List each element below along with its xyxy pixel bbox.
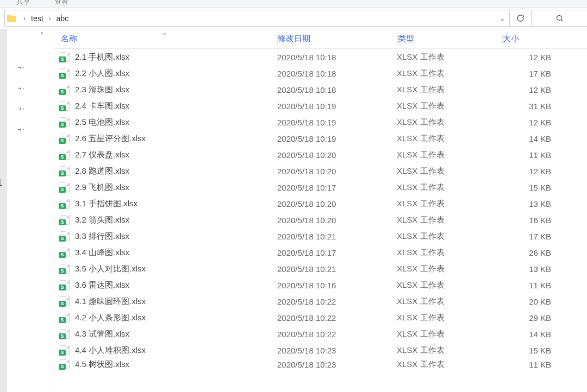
xlsx-icon: S	[60, 215, 70, 225]
chevron-down-icon[interactable]: ⌄	[499, 15, 505, 22]
cell-name: S3.4 山峰图.xlsx	[54, 248, 277, 258]
cell-type: XLSX 工作表	[397, 264, 501, 274]
file-name: 3.6 雷达图.xlsx	[75, 280, 129, 290]
xlsx-icon: S	[60, 345, 70, 355]
cell-date: 2020/5/18 10:18	[277, 53, 397, 62]
file-name: 3.4 山峰图.xlsx	[75, 248, 129, 258]
table-row[interactable]: S3.6 雷达图.xlsx2020/5/18 10:16XLSX 工作表11 K…	[54, 277, 587, 293]
cell-date: 2020/5/18 10:20	[277, 167, 397, 176]
refresh-button[interactable]	[510, 10, 532, 27]
ribbon-tab-view[interactable]: 查看	[54, 0, 80, 7]
cell-size: 14 KB	[501, 330, 555, 339]
column-header-size[interactable]: 大小	[503, 34, 557, 44]
table-row[interactable]: S3.1 手指饼图.xlsx2020/5/18 10:20XLSX 工作表13 …	[54, 195, 587, 212]
cell-size: 11 KB	[501, 360, 555, 369]
search-box[interactable]	[532, 10, 587, 27]
cell-name: S2.7 仪表盘.xlsx	[54, 150, 277, 160]
xlsx-icon: S	[60, 52, 70, 62]
table-row[interactable]: S3.5 小人对比图.xlsx2020/5/18 10:21XLSX 工作表13…	[54, 261, 587, 277]
xlsx-icon: S	[60, 85, 70, 94]
cell-type: XLSX 工作表	[397, 248, 501, 258]
cell-type: XLSX 工作表	[397, 296, 501, 307]
ribbon-tab-share[interactable]: 共享	[16, 0, 42, 7]
table-row[interactable]: S3.2 箭头图.xlsx2020/5/18 10:20XLSX 工作表16 K…	[54, 212, 587, 228]
cell-name: S2.9 飞机图.xlsx	[54, 182, 277, 193]
nav-item-label[interactable]: 01	[0, 178, 2, 188]
cell-date: 2020/5/18 10:19	[277, 118, 397, 127]
xlsx-icon: S	[60, 359, 70, 369]
cell-name: S2.4 卡车图.xlsx	[54, 101, 277, 111]
table-row[interactable]: S3.4 山峰图.xlsx2020/5/18 10:17XLSX 工作表26 K…	[54, 244, 587, 261]
xlsx-icon: S	[60, 117, 70, 127]
cell-type: XLSX 工作表	[397, 101, 501, 111]
cell-size: 17 KB	[501, 69, 555, 78]
xlsx-icon: S	[60, 296, 70, 306]
svg-line-1	[561, 20, 563, 21]
cell-date: 2020/5/18 10:16	[277, 281, 397, 290]
column-header-row: 名称 ˄ 修改日期 类型 大小	[54, 29, 587, 49]
cell-size: 20 KB	[501, 297, 555, 306]
xlsx-icon: S	[60, 68, 70, 78]
column-header-name[interactable]: 名称 ˄	[54, 34, 277, 44]
folder-icon	[7, 14, 17, 23]
cell-date: 2020/5/18 10:17	[277, 183, 397, 192]
navigation-pane[interactable]: ˄ 01	[0, 29, 54, 392]
column-header-date[interactable]: 修改日期	[278, 34, 397, 44]
pin-icon	[17, 125, 26, 134]
table-row[interactable]: S2.1 手机图.xlsx2020/5/18 10:18XLSX 工作表12 K…	[54, 49, 587, 65]
table-row[interactable]: S2.4 卡车图.xlsx2020/5/18 10:19XLSX 工作表31 K…	[54, 98, 587, 114]
table-row[interactable]: S3.3 排行图.xlsx2020/5/18 10:21XLSX 工作表17 K…	[54, 228, 587, 244]
cell-type: XLSX 工作表	[397, 134, 501, 144]
cell-date: 2020/5/18 10:22	[277, 297, 397, 306]
table-row[interactable]: S2.8 跑道图.xlsx2020/5/18 10:20XLSX 工作表12 K…	[54, 163, 587, 179]
file-name: 2.4 卡车图.xlsx	[75, 101, 129, 111]
file-name: 2.2 小人图.xlsx	[75, 68, 129, 79]
file-name: 3.3 排行图.xlsx	[75, 231, 129, 242]
address-bar: › test › abc ⌄	[0, 8, 587, 29]
cell-type: XLSX 工作表	[397, 329, 501, 339]
cell-size: 31 KB	[501, 102, 555, 111]
table-row[interactable]: S4.2 小人条形图.xlsx2020/5/18 10:22XLSX 工作表29…	[54, 309, 587, 326]
file-name: 3.5 小人对比图.xlsx	[75, 264, 146, 274]
table-row[interactable]: S2.9 飞机图.xlsx2020/5/18 10:17XLSX 工作表15 K…	[54, 179, 587, 195]
table-row[interactable]: S2.7 仪表盘.xlsx2020/5/18 10:20XLSX 工作表11 K…	[54, 147, 587, 163]
table-row[interactable]: S2.5 电池图.xlsx2020/5/18 10:19XLSX 工作表12 K…	[54, 114, 587, 130]
xlsx-icon: S	[60, 264, 70, 274]
chevron-right-icon[interactable]: ›	[19, 15, 30, 22]
cell-type: XLSX 工作表	[397, 199, 501, 209]
table-row[interactable]: S4.1 趣味圆环图.xlsx2020/5/18 10:22XLSX 工作表20…	[54, 293, 587, 309]
chevron-right-icon[interactable]: ›	[45, 15, 55, 22]
cell-date: 2020/5/18 10:17	[277, 248, 397, 257]
cell-name: S2.5 电池图.xlsx	[54, 117, 277, 128]
table-row[interactable]: S2.3 滑珠图.xlsx2020/5/18 10:18XLSX 工作表12 K…	[54, 81, 587, 98]
table-row[interactable]: S4.4 小人堆积图.xlsx2020/5/18 10:23XLSX 工作表15…	[54, 342, 587, 358]
cell-date: 2020/5/18 10:23	[277, 346, 397, 355]
cell-date: 2020/5/18 10:19	[277, 134, 397, 143]
file-name: 3.1 手指饼图.xlsx	[75, 199, 138, 209]
breadcrumb[interactable]: › test › abc ⌄	[4, 10, 510, 27]
cell-size: 12 KB	[501, 53, 555, 62]
table-row[interactable]: S2.6 五星评分图.xlsx2020/5/18 10:19XLSX 工作表14…	[54, 130, 587, 147]
cell-name: S3.5 小人对比图.xlsx	[54, 264, 277, 274]
cell-size: 29 KB	[501, 313, 555, 323]
cell-size: 11 KB	[501, 150, 555, 160]
file-name: 2.1 手机图.xlsx	[75, 52, 129, 62]
caret-up-icon[interactable]: ˄	[40, 31, 43, 39]
table-row[interactable]: S2.2 小人图.xlsx2020/5/18 10:18XLSX 工作表17 K…	[54, 65, 587, 81]
xlsx-icon: S	[60, 166, 70, 176]
cell-size: 26 KB	[501, 248, 555, 257]
split-strip	[0, 29, 7, 392]
column-header-name-label: 名称	[61, 34, 77, 43]
breadcrumb-item-test[interactable]: test	[30, 14, 45, 23]
column-header-type[interactable]: 类型	[398, 34, 502, 44]
cell-date: 2020/5/18 10:20	[277, 199, 397, 208]
cell-date: 2020/5/18 10:22	[277, 313, 397, 323]
breadcrumb-item-abc[interactable]: abc	[55, 14, 70, 23]
file-name: 4.2 小人条形图.xlsx	[75, 313, 146, 323]
cell-name: S2.1 手机图.xlsx	[54, 52, 277, 62]
file-name: 4.3 试管图.xlsx	[75, 329, 129, 339]
table-row[interactable]: S4.3 试管图.xlsx2020/5/18 10:22XLSX 工作表14 K…	[54, 326, 587, 342]
table-row[interactable]: S4.5 树状图.xlsx2020/5/18 10:23XLSX 工作表11 K…	[54, 358, 587, 370]
file-name: 4.1 趣味圆环图.xlsx	[75, 296, 146, 307]
xlsx-icon: S	[60, 248, 70, 257]
